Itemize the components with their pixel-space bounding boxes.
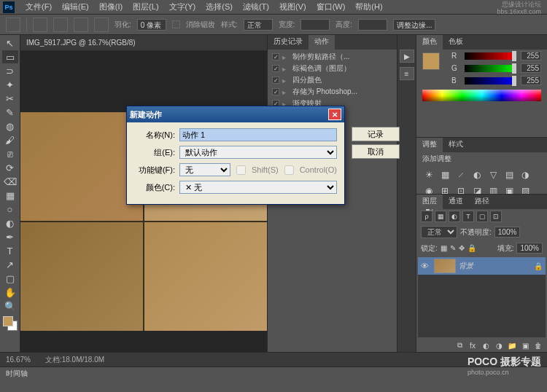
record-button[interactable]: 记录 — [352, 127, 400, 141]
pen-tool[interactable]: ✒ — [2, 230, 18, 243]
document-tab[interactable]: IMG_5917.JPG @ 16.7%(RGB/8) — [20, 35, 267, 51]
fill-icon[interactable]: ◑ — [493, 340, 505, 350]
eraser-tool[interactable]: ⌫ — [2, 175, 18, 188]
refine-button[interactable]: 调整边缘... — [393, 19, 435, 31]
play-icon[interactable]: ▶ — [400, 50, 414, 63]
menu-layer[interactable]: 图层(L) — [128, 1, 163, 12]
group-icon[interactable]: 📁 — [506, 340, 518, 350]
sel-sub[interactable] — [74, 17, 88, 32]
tab-color[interactable]: 颜色 — [416, 35, 443, 50]
bw-icon[interactable]: ◑ — [519, 168, 532, 181]
tab-history[interactable]: 历史记录 — [268, 35, 309, 50]
sel-add[interactable] — [53, 17, 68, 32]
wand-tool[interactable]: ✦ — [2, 78, 18, 91]
filter-type-icon[interactable]: T — [462, 211, 474, 222]
filter-kind[interactable]: ρ — [421, 211, 432, 222]
menu-type[interactable]: 文字(Y) — [164, 1, 201, 12]
blend-mode[interactable]: 正常 — [421, 226, 457, 238]
set-select[interactable]: 默认动作 — [179, 146, 337, 159]
tab-styles[interactable]: 样式 — [443, 138, 469, 152]
link-icon[interactable]: ⧉ — [454, 340, 465, 350]
dodge-tool[interactable]: ◐ — [2, 216, 18, 230]
lasso-tool[interactable]: ⊃ — [2, 64, 18, 77]
shape-tool[interactable]: ▢ — [2, 272, 18, 285]
filter-adjust-icon[interactable]: ◐ — [449, 211, 460, 222]
timeline-tab[interactable]: 时间轴 — [0, 366, 547, 381]
menu-file[interactable]: 文件(F) — [20, 1, 57, 12]
filter-pixel-icon[interactable]: ▦ — [435, 211, 446, 222]
brightness-icon[interactable]: ☀ — [422, 168, 435, 181]
color-swatches[interactable] — [3, 316, 18, 331]
color-swatch[interactable] — [422, 52, 440, 70]
curves-icon[interactable]: ⟋ — [454, 168, 468, 181]
action-menu-icon[interactable]: ≡ — [400, 67, 414, 80]
color-select[interactable]: ✕ 无 — [179, 181, 337, 194]
g-slider[interactable] — [465, 65, 516, 72]
lock-pos-icon[interactable]: ✥ — [459, 244, 465, 252]
opacity-field[interactable]: 100% — [494, 227, 521, 238]
filter-smart-icon[interactable]: ⊡ — [490, 211, 502, 222]
eyedrop-tool[interactable]: ✎ — [2, 106, 18, 119]
menu-filter[interactable]: 滤镜(T) — [238, 1, 274, 12]
color-ramp[interactable] — [422, 90, 541, 101]
tab-channels[interactable]: 通道 — [443, 195, 469, 209]
tab-actions[interactable]: 动作 — [309, 35, 335, 50]
tab-layers[interactable]: 图层 — [416, 195, 443, 209]
height-field[interactable] — [358, 19, 387, 31]
crop-tool[interactable]: ✂ — [2, 92, 18, 105]
menu-window[interactable]: 窗口(W) — [311, 1, 351, 12]
fx-icon[interactable]: fx — [467, 340, 478, 350]
tab-adjust[interactable]: 调整 — [416, 138, 443, 152]
width-field[interactable] — [300, 19, 330, 31]
dialog-titlebar[interactable]: 新建动作 ✕ — [127, 106, 344, 122]
sel-new[interactable] — [33, 17, 47, 32]
b-slider[interactable] — [465, 77, 516, 85]
menu-select[interactable]: 选择(S) — [201, 1, 238, 12]
tab-swatches[interactable]: 色板 — [443, 35, 469, 50]
menu-view[interactable]: 视图(V) — [274, 1, 311, 12]
history-tool[interactable]: ⟳ — [2, 161, 18, 174]
move-tool[interactable]: ↖ — [2, 36, 18, 50]
mask-icon[interactable]: ◐ — [480, 340, 492, 350]
fill-field[interactable]: 100% — [516, 243, 543, 254]
stamp-tool[interactable]: ⎚ — [2, 147, 18, 160]
marquee-tool[interactable]: ▭ — [2, 50, 18, 63]
tab-paths[interactable]: 路径 — [469, 195, 495, 209]
action-item[interactable]: ✓▸棕褐色调（图层） — [269, 63, 395, 74]
lock-paint-icon[interactable]: ✎ — [450, 244, 456, 252]
trash-icon[interactable]: 🗑 — [532, 340, 544, 350]
exposure-icon[interactable]: ◐ — [470, 168, 484, 181]
ctrl-check[interactable] — [284, 165, 294, 175]
path-tool[interactable]: ↗ — [2, 258, 18, 271]
visibility-icon[interactable]: 👁 — [421, 262, 431, 270]
close-icon[interactable]: ✕ — [328, 109, 341, 120]
heal-tool[interactable]: ◍ — [2, 119, 18, 133]
hand-tool[interactable]: ✋ — [2, 286, 18, 299]
antialias-check[interactable] — [172, 20, 180, 28]
type-tool[interactable]: T — [2, 244, 18, 257]
zoom-level[interactable]: 16.67% — [6, 356, 31, 364]
r-slider[interactable] — [465, 52, 516, 60]
menu-help[interactable]: 帮助(H) — [350, 1, 387, 12]
shift-check[interactable] — [236, 165, 246, 175]
gradient-tool[interactable]: ▦ — [2, 189, 18, 202]
levels-icon[interactable]: ▦ — [438, 168, 451, 181]
lock-trans-icon[interactable]: ▦ — [441, 244, 447, 252]
new-icon[interactable]: ▣ — [519, 340, 531, 350]
vibrance-icon[interactable]: ▽ — [486, 168, 500, 181]
lock-all-icon[interactable]: 🔒 — [468, 244, 476, 252]
name-field[interactable] — [179, 128, 337, 141]
blur-tool[interactable]: ○ — [2, 203, 18, 216]
filter-shape-icon[interactable]: ▢ — [476, 211, 488, 222]
style-field[interactable]: 正常 — [244, 19, 273, 31]
brush-tool[interactable]: 🖌 — [2, 133, 18, 146]
sel-int[interactable] — [94, 17, 109, 32]
action-item[interactable]: ✓▸存储为 Photoshop... — [269, 86, 395, 98]
action-item[interactable]: ✓▸四分颜色 — [269, 74, 395, 86]
menu-edit[interactable]: 编辑(E) — [57, 1, 94, 12]
hue-icon[interactable]: ▤ — [503, 168, 516, 181]
fkey-select[interactable]: 无 — [179, 163, 230, 176]
zoom-tool[interactable]: 🔍 — [2, 299, 18, 313]
layer-row[interactable]: 👁 背景 🔒 — [418, 257, 546, 275]
cancel-button[interactable]: 取消 — [352, 144, 400, 159]
